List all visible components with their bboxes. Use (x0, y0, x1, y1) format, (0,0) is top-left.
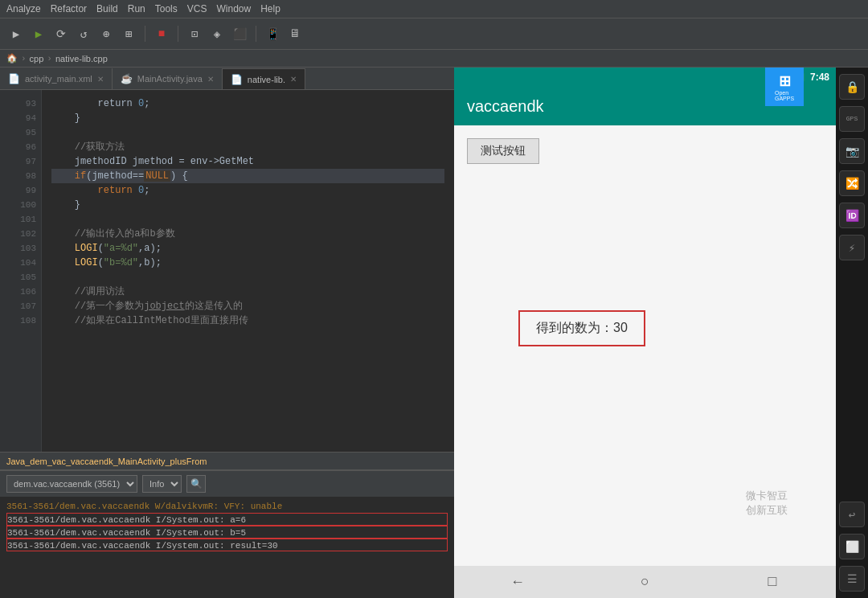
line-107: 107 (10, 299, 41, 313)
code-line-100: } (51, 198, 444, 212)
device-lock-btn[interactable]: 🔒 (839, 74, 865, 100)
toolbar: ▶ ▶ ⟳ ↺ ⊕ ⊞ ■ ⊡ ◈ ⬛ 📱 🖥 (0, 18, 868, 50)
tab-icon-activity: 📄 (8, 73, 20, 84)
opengapps-button[interactable]: ⊞ OpenGAPPS (765, 68, 804, 106)
watermark-line2: 创新互联 (746, 503, 788, 518)
code-line-102: //输出传入的a和b参数 (51, 227, 444, 241)
toolbar-sep-2 (178, 26, 178, 42)
toolbar-btn-stop[interactable]: ■ (152, 24, 171, 43)
toolbar-btn-9[interactable]: 🖥 (285, 24, 305, 43)
menu-help[interactable]: Help (260, 3, 280, 14)
log-line-2: 3561-3561/dem.vac.vaccaendk I/System.out… (6, 513, 448, 526)
tab-native-lib[interactable]: 📄 native-lib. ✕ (223, 68, 305, 89)
nav-home-button[interactable]: ○ (632, 569, 657, 595)
code-line-103: LOGI("a=%d",a); (51, 241, 444, 256)
log-line-3: 3561-3561/dem.vac.vaccaendk I/System.out… (6, 526, 448, 539)
line-93: 93 (10, 96, 41, 111)
toolbar-btn-4[interactable]: ⊕ (96, 24, 116, 43)
line-101: 101 (10, 212, 41, 227)
tab-close-activity[interactable]: ✕ (97, 75, 104, 84)
line-97: 97 (10, 154, 41, 169)
menu-build[interactable]: Build (96, 3, 118, 14)
menu-analyze[interactable]: Analyze (6, 3, 41, 14)
toolbar-btn-7[interactable]: ◈ (207, 24, 227, 43)
line-94: 94 (10, 111, 41, 125)
watermark-line1: 微卡智豆 (746, 489, 788, 503)
status-method: Java_dem_vac_vaccaendk_MainActivity_plus… (6, 457, 207, 466)
code-line-96: //获取方法 (51, 140, 444, 154)
device-camera-btn[interactable]: 📷 (839, 138, 865, 164)
ide-panel: 📄 activity_main.xml ✕ ☕ MainActivity.jav… (0, 68, 454, 598)
menu-refactor[interactable]: Refactor (51, 3, 87, 14)
code-line-98: if(jmethod==NULL) { (51, 169, 444, 183)
search-log-button[interactable]: 🔍 (186, 475, 206, 493)
code-line-108: //如果在CallIntMethod里面直接用传 (51, 313, 444, 328)
tab-label-native: native-lib. (248, 75, 285, 84)
code-line-93: return 0; (51, 96, 444, 111)
breadcrumb-cpp[interactable]: cpp (30, 54, 44, 63)
code-line-97: jmethodID jmethod = env->GetMet (51, 154, 444, 169)
code-line-94: } (51, 111, 444, 125)
tab-mainactivity[interactable]: ☕ MainActivity.java ✕ (113, 68, 223, 89)
toolbar-btn-8[interactable]: ⬛ (230, 24, 249, 43)
code-content[interactable]: return 0; } //获取方法 jmethodID jmethod = e… (42, 90, 454, 452)
tab-icon-main: ☕ (121, 73, 133, 84)
log-content: 3561-3561/dem.vac.vaccaendk W/dalvikvmR:… (0, 497, 454, 598)
tab-close-main[interactable]: ✕ (207, 75, 214, 84)
filter-select[interactable]: dem.vac.vaccaendk (3561) (6, 475, 137, 493)
device-id-btn[interactable]: 🆔 (839, 203, 865, 228)
breadcrumb: 🏠 › cpp › native-lib.cpp (0, 50, 868, 68)
breadcrumb-root: 🏠 (6, 53, 18, 63)
code-line-105 (51, 270, 444, 285)
tab-label-activity: activity_main.xml (25, 74, 92, 84)
line-100: 100 (10, 198, 41, 212)
toolbar-btn-sync[interactable]: ⟳ (51, 24, 71, 43)
toolbar-btn-android[interactable]: 📱 (263, 24, 282, 43)
device-gps-btn[interactable]: GPS (839, 106, 865, 132)
line-96: 96 (10, 140, 41, 154)
opengapps-icon: ⊞ (779, 72, 791, 90)
test-button[interactable]: 测试按钮 (467, 138, 539, 164)
editor-tabs: 📄 activity_main.xml ✕ ☕ MainActivity.jav… (0, 68, 454, 90)
menu-vcs[interactable]: VCS (187, 3, 207, 14)
gps-label: GPS (846, 115, 858, 123)
menu-run[interactable]: Run (128, 3, 145, 14)
toolbar-btn-1[interactable]: ▶ (6, 24, 26, 43)
code-editor[interactable]: 93 94 95 96 97 98 99 100 101 102 103 104… (0, 90, 454, 452)
opengapps-label: OpenGAPPS (775, 90, 794, 101)
menu-tools[interactable]: Tools (155, 3, 178, 14)
level-select[interactable]: Info (142, 475, 182, 493)
android-content: 测试按钮 得到的数为：30 微卡智豆 创新互联 (454, 125, 836, 566)
device-sidebar: 🔒 GPS 📷 🔀 🆔 ⚡ ↩ ⬜ ☰ (836, 68, 868, 598)
code-line-99: return 0; (51, 183, 444, 198)
device-power-btn[interactable]: ⚡ (839, 235, 865, 260)
line-99: 99 (10, 183, 41, 198)
line-103: 103 (10, 241, 41, 256)
toolbar-sep-1 (145, 26, 145, 42)
breadcrumb-file[interactable]: native-lib.cpp (55, 54, 108, 63)
code-status-bar: Java_dem_vac_vaccaendk_MainActivity_plus… (0, 452, 454, 469)
android-panel: ⊞ OpenGAPPS 📶 ▲ 🔋 7:48 vaccaendk 测试按钮 得到… (454, 68, 836, 598)
nav-recents-button[interactable]: □ (760, 569, 785, 595)
line-102: 102 (10, 227, 41, 241)
device-square-btn[interactable]: ⬜ (839, 534, 865, 559)
code-line-95 (51, 125, 444, 140)
tab-activity-main[interactable]: 📄 activity_main.xml ✕ (0, 68, 113, 89)
nav-back-button[interactable]: ← (505, 569, 530, 595)
toolbar-btn-6[interactable]: ⊡ (185, 24, 204, 43)
toolbar-btn-run[interactable]: ▶ (29, 24, 48, 43)
main-content: 📄 activity_main.xml ✕ ☕ MainActivity.jav… (0, 68, 868, 598)
line-108: 108 (10, 313, 41, 328)
code-line-106: //调用访法 (51, 285, 444, 299)
device-back-btn[interactable]: ↩ (839, 502, 865, 527)
result-text: 得到的数为：30 (536, 321, 628, 334)
toolbar-btn-3[interactable]: ↺ (74, 24, 93, 43)
tab-icon-native: 📄 (231, 74, 243, 85)
device-rotate-btn[interactable]: 🔀 (839, 170, 865, 196)
menu-window[interactable]: Window (216, 3, 251, 14)
device-menu-btn[interactable]: ☰ (839, 566, 865, 592)
toolbar-btn-5[interactable]: ⊞ (119, 24, 138, 43)
line-105: 105 (10, 270, 41, 285)
tab-label-main: MainActivity.java (137, 74, 203, 84)
tab-close-native[interactable]: ✕ (290, 75, 297, 84)
